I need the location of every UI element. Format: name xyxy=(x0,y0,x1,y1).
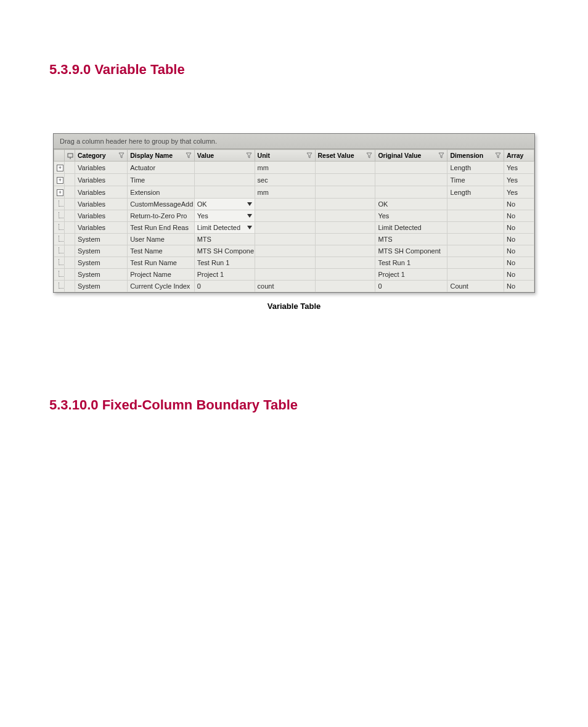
col-header-display-name[interactable]: Display Name xyxy=(128,150,195,162)
cell-reset-value xyxy=(315,257,375,269)
col-header-dimension[interactable]: Dimension xyxy=(447,150,504,162)
table-row[interactable]: SystemTest NameMTS SH ComponeMTS SH Comp… xyxy=(54,245,534,257)
section-heading-variable-table: 5.3.9.0 Variable Table xyxy=(49,62,539,78)
cell-value[interactable]: Limit Detected xyxy=(194,222,255,234)
tree-leaf-icon xyxy=(54,210,65,222)
col-header-label: Dimension xyxy=(450,152,483,159)
expand-icon[interactable]: + xyxy=(54,174,65,186)
row-pin-cell xyxy=(65,281,75,292)
cell-category: Variables xyxy=(75,210,128,222)
cell-array: Yes xyxy=(504,174,534,186)
cell-dimension: Length xyxy=(447,186,504,199)
table-row[interactable]: VariablesCustomMessageAddOKOKNo xyxy=(54,199,534,210)
tree-leaf-icon xyxy=(54,222,65,234)
cell-value xyxy=(194,162,255,174)
cell-value: Test Run 1 xyxy=(194,257,255,269)
col-header-value[interactable]: Value xyxy=(194,150,255,162)
cell-value[interactable]: Yes xyxy=(194,210,255,222)
cell-dimension xyxy=(447,234,504,245)
col-header-unit[interactable]: Unit xyxy=(255,150,315,162)
filter-icon[interactable] xyxy=(366,152,372,158)
cell-value: MTS SH Compone xyxy=(194,245,255,257)
cell-display-name: Return-to-Zero Pro xyxy=(128,210,195,222)
table-row[interactable]: VariablesTest Run End ReasLimit Detected… xyxy=(54,222,534,234)
cell-value: MTS xyxy=(194,234,255,245)
chevron-down-icon[interactable] xyxy=(246,224,253,231)
expand-icon[interactable]: + xyxy=(54,162,65,174)
row-pin-cell xyxy=(65,186,75,199)
cell-reset-value xyxy=(315,186,375,199)
cell-dimension: Length xyxy=(447,162,504,174)
filter-icon[interactable] xyxy=(438,152,444,158)
dropdown-value: OK xyxy=(197,200,207,208)
col-header-label: Display Name xyxy=(130,152,173,159)
table-caption: Variable Table xyxy=(49,302,539,311)
table-row[interactable]: SystemTest Run NameTest Run 1Test Run 1N… xyxy=(54,257,534,269)
cell-category: Variables xyxy=(75,199,128,210)
chevron-down-icon[interactable] xyxy=(246,200,253,208)
cell-value xyxy=(194,174,255,186)
filter-icon[interactable] xyxy=(186,152,192,158)
table-row[interactable]: SystemUser NameMTSMTSNo xyxy=(54,234,534,245)
cell-unit xyxy=(255,210,315,222)
cell-display-name: Test Name xyxy=(128,245,195,257)
cell-category: Variables xyxy=(75,186,128,199)
table-row[interactable]: VariablesReturn-to-Zero ProYesYesNo xyxy=(54,210,534,222)
cell-category: System xyxy=(75,245,128,257)
cell-value[interactable]: OK xyxy=(194,199,255,210)
cell-dimension xyxy=(447,210,504,222)
table-row[interactable]: SystemCurrent Cycle Index0count0CountNo xyxy=(54,281,534,292)
cell-display-name: Test Run End Reas xyxy=(128,222,195,234)
col-header-original-value[interactable]: Original Value xyxy=(375,150,447,162)
cell-unit xyxy=(255,222,315,234)
col-header-array[interactable]: Array xyxy=(504,150,534,162)
table-row[interactable]: +VariablesExtensionmmLengthYes xyxy=(54,186,534,199)
table-row[interactable]: SystemProject NameProject 1Project 1No xyxy=(54,269,534,281)
cell-unit xyxy=(255,245,315,257)
row-pin-cell xyxy=(65,222,75,234)
cell-dimension xyxy=(447,245,504,257)
cell-array: No xyxy=(504,234,534,245)
filter-icon[interactable] xyxy=(118,152,125,158)
row-pin-cell xyxy=(65,257,75,269)
cell-original-value: Limit Detected xyxy=(375,222,447,234)
col-header-label: Reset Value xyxy=(318,152,354,159)
col-header-label: Category xyxy=(78,152,106,159)
filter-icon[interactable] xyxy=(306,152,312,158)
cell-original-value xyxy=(375,162,447,174)
cell-unit: count xyxy=(255,281,315,292)
cell-original-value: Test Run 1 xyxy=(375,257,447,269)
cell-unit: mm xyxy=(255,186,315,199)
group-by-bar[interactable]: Drag a column header here to group by th… xyxy=(54,134,534,149)
cell-value xyxy=(194,186,255,199)
cell-array: No xyxy=(504,222,534,234)
filter-icon[interactable] xyxy=(495,152,501,158)
cell-display-name: Actuator xyxy=(128,162,195,174)
cell-unit xyxy=(255,199,315,210)
cell-unit: sec xyxy=(255,174,315,186)
row-pin-cell xyxy=(65,245,75,257)
cell-category: System xyxy=(75,234,128,245)
cell-array: No xyxy=(504,210,534,222)
col-header-category[interactable]: Category xyxy=(75,150,128,162)
col-header-label: Unit xyxy=(258,152,270,159)
chevron-down-icon[interactable] xyxy=(246,212,253,220)
table-row[interactable]: +VariablesActuatormmLengthYes xyxy=(54,162,534,174)
tree-leaf-icon xyxy=(54,281,65,292)
cell-unit: mm xyxy=(255,162,315,174)
row-pin-cell xyxy=(65,210,75,222)
cell-unit xyxy=(255,234,315,245)
cell-dimension: Time xyxy=(447,174,504,186)
expand-icon[interactable]: + xyxy=(54,186,65,199)
filter-icon[interactable] xyxy=(246,152,252,158)
cell-reset-value xyxy=(315,281,375,292)
cell-reset-value xyxy=(315,199,375,210)
table-row[interactable]: +VariablesTimesecTimeYes xyxy=(54,174,534,186)
col-header-label: Array xyxy=(507,152,523,159)
cell-dimension: Count xyxy=(447,281,504,292)
tree-leaf-icon xyxy=(54,269,65,281)
col-header-reset-value[interactable]: Reset Value xyxy=(315,150,375,162)
row-pin-cell xyxy=(65,174,75,186)
cell-dimension xyxy=(447,199,504,210)
pin-header[interactable] xyxy=(65,150,75,162)
